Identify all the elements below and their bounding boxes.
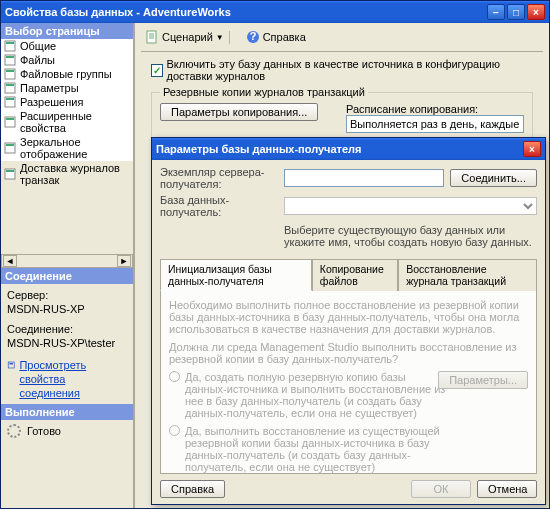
secondary-db-select[interactable]: [284, 197, 537, 215]
init-question: Должна ли среда Management Studio выполн…: [169, 341, 528, 365]
minimize-button[interactable]: −: [487, 4, 505, 20]
opt-2-row: Да, выполнить восстановление из существу…: [169, 425, 528, 473]
progress-ready: Готово: [27, 425, 61, 437]
scroll-left-icon[interactable]: ◄: [3, 255, 17, 267]
enable-logship-label: Включить эту базу данных в качестве исто…: [167, 58, 543, 82]
svg-rect-5: [6, 70, 14, 72]
svg-rect-18: [147, 31, 156, 43]
svg-rect-3: [6, 56, 14, 58]
svg-rect-13: [6, 144, 14, 146]
svg-rect-16: [8, 361, 14, 367]
secondary-db-dialog: Параметры базы данных-получателя × Экзем…: [151, 137, 546, 505]
toolbar: Сценарий ▼ │ ? Справка: [141, 27, 543, 52]
enable-logship-checkbox[interactable]: ✓: [151, 64, 163, 77]
view-connection-link[interactable]: Просмотреть свойства соединения: [19, 358, 127, 400]
opt-2-radio[interactable]: [169, 425, 180, 436]
backup-group-title: Резервные копии журналов транзакций: [160, 86, 368, 98]
help-button[interactable]: Справка: [160, 480, 225, 498]
dialog-close-button[interactable]: ×: [523, 141, 541, 157]
help-tool[interactable]: ? Справка: [242, 29, 310, 45]
main-title: Свойства базы данных - AdventureWorks: [5, 6, 487, 18]
page-item-logshipping[interactable]: Доставка журналов транзак: [1, 161, 133, 187]
conn-label: Соединение:: [7, 322, 127, 336]
page-icon: [4, 54, 16, 66]
cancel-button[interactable]: Отмена: [477, 480, 537, 498]
svg-rect-11: [6, 118, 14, 120]
server-value: MSDN-RUS-XP: [7, 302, 127, 316]
chevron-down-icon: ▼: [216, 33, 224, 42]
tabs: Инициализация базы данных-получателя Коп…: [160, 258, 537, 291]
dialog-title: Параметры базы данных-получателя: [156, 143, 523, 155]
page-item-options[interactable]: Параметры: [1, 81, 133, 95]
h-scrollbar[interactable]: ◄ ►: [1, 254, 133, 268]
svg-text:?: ?: [249, 30, 256, 42]
section-conn-label: Соединение: [1, 268, 133, 284]
svg-rect-15: [6, 170, 14, 172]
page-item-mirroring[interactable]: Зеркальное отображение: [1, 135, 133, 161]
page-icon: [4, 142, 16, 154]
secondary-db-label: База данных-получатель:: [160, 194, 278, 218]
schedule-text[interactable]: [346, 115, 524, 133]
ok-button[interactable]: ОК: [411, 480, 471, 498]
svg-rect-1: [6, 42, 14, 44]
schedule-label: Расписание копирования:: [346, 103, 524, 115]
page-item-extprops[interactable]: Расширенные свойства: [1, 109, 133, 135]
page-icon: [4, 116, 16, 128]
opt-1-text: Да, создать полную резервную копию базы …: [185, 371, 448, 419]
scroll-right-icon[interactable]: ►: [117, 255, 131, 267]
instance-input[interactable]: [284, 169, 444, 187]
tab-init[interactable]: Инициализация базы данных-получателя: [160, 259, 312, 291]
opt-1-row: Да, создать полную резервную копию базы …: [169, 371, 528, 419]
connection-box: Сервер: MSDN-RUS-XP Соединение: MSDN-RUS…: [1, 284, 133, 404]
progress-box: Готово: [1, 420, 133, 442]
dialog-titlebar: Параметры базы данных-получателя ×: [152, 138, 545, 160]
svg-rect-17: [9, 363, 13, 364]
backup-params-button[interactable]: Параметры копирования...: [160, 103, 318, 121]
opt-1-radio[interactable]: [169, 371, 180, 382]
left-pane: Выбор страницы Общие Файлы Файловые груп…: [1, 23, 135, 508]
help-icon: ?: [246, 30, 260, 44]
page-icon: [4, 82, 16, 94]
tab-restore[interactable]: Восстановление журнала транзакций: [398, 259, 537, 291]
dialog-buttons: Справка ОК Отмена: [160, 474, 537, 498]
page-item-filegroups[interactable]: Файловые группы: [1, 67, 133, 81]
connection-props-icon: [7, 358, 15, 372]
page-item-permissions[interactable]: Разрешения: [1, 95, 133, 109]
connect-button[interactable]: Соединить...: [450, 169, 537, 187]
server-label: Сервер:: [7, 288, 127, 302]
close-button[interactable]: ×: [527, 4, 545, 20]
script-icon: [145, 30, 159, 44]
conn-value: MSDN-RUS-XP\tester: [7, 336, 127, 350]
main-titlebar: Свойства базы данных - AdventureWorks − …: [1, 1, 549, 23]
section-progress-label: Выполнение: [1, 404, 133, 420]
instance-label: Экземпляр сервера-получателя:: [160, 166, 278, 190]
page-item-general[interactable]: Общие: [1, 39, 133, 53]
svg-rect-7: [6, 84, 14, 86]
maximize-button[interactable]: □: [507, 4, 525, 20]
page-list: Общие Файлы Файловые группы Параметры Ра…: [1, 39, 133, 187]
section-pages-label: Выбор страницы: [1, 23, 133, 39]
opt-1-params-button[interactable]: Параметры...: [438, 371, 528, 389]
enable-logship-row: ✓ Включить эту базу данных в качестве ис…: [151, 58, 543, 82]
opt-2-text: Да, выполнить восстановление из существу…: [185, 425, 448, 473]
backup-group: Резервные копии журналов транзакций Пара…: [151, 92, 533, 142]
progress-spinner-icon: [7, 424, 21, 438]
page-icon: [4, 40, 16, 52]
page-icon: [4, 168, 16, 180]
svg-rect-9: [6, 98, 14, 100]
init-intro: Необходимо выполнить полное восстановлен…: [169, 299, 528, 335]
secondary-db-hint: Выберите существующую базу данных или ук…: [284, 224, 537, 248]
script-tool[interactable]: Сценарий ▼ │: [141, 29, 238, 45]
page-icon: [4, 96, 16, 108]
tab-body: Необходимо выполнить полное восстановлен…: [160, 291, 537, 474]
tab-copy[interactable]: Копирование файлов: [312, 259, 398, 291]
page-item-files[interactable]: Файлы: [1, 53, 133, 67]
page-icon: [4, 68, 16, 80]
